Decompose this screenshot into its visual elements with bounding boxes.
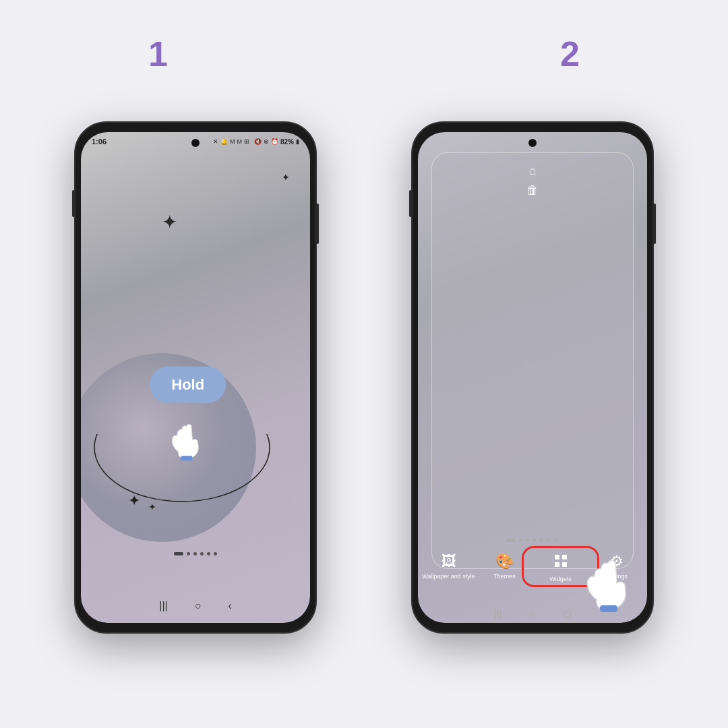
mail2-icon: M (237, 138, 242, 145)
bottom-nav-1: ||| ○ ‹ (159, 600, 231, 612)
svg-rect-4 (555, 562, 559, 567)
widgets-icon (553, 553, 569, 573)
wallpaper-label: Wallpaper and style (422, 573, 475, 580)
widgets-label: Widgets (549, 576, 572, 583)
toolbar-dot-3 (533, 539, 536, 542)
toolbar-dots: + (506, 535, 559, 545)
x-icon: ✕ (213, 138, 218, 145)
toolbar-themes[interactable]: 🎨 Themes (477, 553, 533, 583)
svg-rect-1 (181, 456, 193, 460)
hold-button[interactable]: Hold (150, 367, 226, 403)
toolbar-dot-1 (519, 539, 522, 542)
phone1-screen: 1:06 ✕ 🔔 M M ⊞ 🔇 ⊗ ⏰ 82% ▮ ✦ (81, 132, 310, 623)
step1-label: 1 (148, 34, 168, 74)
svg-rect-6 (600, 605, 617, 612)
toolbar-dot-4 (539, 539, 543, 542)
gallery-icon: ⊞ (244, 138, 249, 145)
toolbar-dot-lines (506, 539, 516, 542)
add-page-icon: + (554, 535, 559, 545)
themes-label: Themes (493, 573, 516, 580)
nav2-back: ||| (493, 608, 502, 620)
nav-recent: ‹ (228, 600, 231, 612)
nav2-recent: ◻ (563, 607, 572, 620)
phone1-display: 1:06 ✕ 🔔 M M ⊞ 🔇 ⊗ ⏰ 82% ▮ ✦ (81, 132, 310, 623)
dot-3 (200, 552, 204, 555)
page-dots-1 (174, 552, 217, 555)
phone2-screen: ⌂ 🗑 + (418, 132, 647, 623)
home-edit-overlay: ⌂ 🗑 (431, 152, 634, 569)
mute-icon: 🔇 (254, 138, 262, 145)
nav-home: ○ (195, 600, 202, 612)
nav2-home: ○ (529, 608, 536, 620)
nav-back: ||| (159, 600, 167, 612)
home-icon: ⌂ (529, 164, 537, 178)
trash-icon: 🗑 (526, 183, 539, 198)
svg-rect-5 (562, 562, 567, 567)
dot-5 (214, 552, 217, 555)
status-icons: ✕ 🔔 M M ⊞ 🔇 ⊗ ⏰ 82% ▮ (213, 138, 299, 146)
battery-icon: ▮ (296, 138, 299, 145)
main-container: 1 2 1:06 ✕ 🔔 M M ⊞ 🔇 ⊗ (0, 0, 728, 728)
bell-icon: 🔔 (220, 138, 228, 145)
hand-cursor-2 (573, 553, 640, 623)
wallpaper-icon: 🖼 (442, 553, 456, 570)
signal-icon: ⊗ (264, 138, 269, 145)
dot-4 (207, 552, 210, 555)
battery-text: 82% (280, 138, 294, 146)
toolbar-dot-5 (546, 539, 549, 542)
bottom-nav-2: ||| ○ ◻ (493, 607, 571, 620)
toolbar-dot-2 (526, 539, 529, 542)
dot-1 (187, 552, 190, 555)
phone2-display: ⌂ 🗑 + (418, 132, 647, 623)
hand-cursor-1 (162, 419, 209, 475)
themes-icon: 🎨 (495, 553, 514, 570)
mail-icon: M (230, 138, 235, 145)
dot-lines (174, 552, 183, 555)
alarm-icon: ⏰ (271, 138, 278, 145)
sparkle-center: ✦ (162, 213, 177, 232)
step2-label: 2 (560, 34, 580, 74)
phone1: 1:06 ✕ 🔔 M M ⊞ 🔇 ⊗ ⏰ 82% ▮ ✦ (74, 121, 317, 634)
phone2: ⌂ 🗑 + (411, 121, 654, 634)
edit-icons-row: ⌂ 🗑 (443, 164, 622, 198)
toolbar-wallpaper[interactable]: 🖼 Wallpaper and style (421, 553, 477, 583)
camera-hole-1 (191, 139, 200, 147)
status-time: 1:06 (92, 138, 107, 146)
camera-hole-2 (528, 139, 537, 147)
svg-rect-3 (562, 555, 567, 559)
sparkle-top-right: ✦ (282, 173, 290, 182)
dot-2 (193, 552, 197, 555)
svg-rect-2 (555, 555, 559, 559)
